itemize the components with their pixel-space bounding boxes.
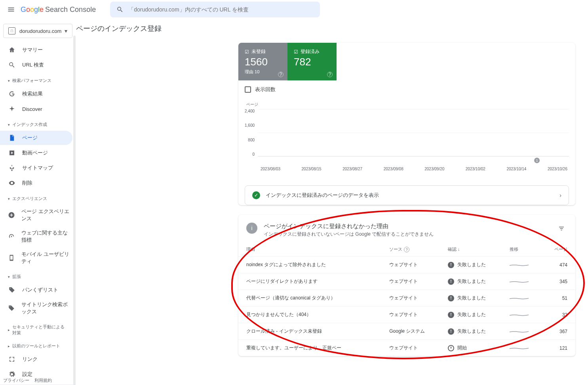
nav-section-legacy[interactable]: ▸以前のツールとレポート bbox=[0, 338, 76, 351]
reasons-subtitle: インデックスに登録されていないページは Google で配信することができません bbox=[264, 231, 434, 238]
filter-icon bbox=[558, 225, 565, 232]
tag-icon bbox=[8, 286, 16, 294]
filter-button[interactable] bbox=[556, 223, 567, 234]
error-icon: ! bbox=[448, 312, 454, 318]
reasons-title: ページがインデックスに登録されなかった理由 bbox=[264, 223, 434, 230]
nav-sitemaps[interactable]: サイトマップ bbox=[0, 161, 72, 175]
video-icon bbox=[8, 149, 16, 157]
sidebar: □ dorudorudoru.com ▾ サマリー URL 検査 ▾検索パフォー… bbox=[0, 0, 76, 385]
check-circle-icon: ✓ bbox=[252, 191, 260, 199]
index-status-card: ☑未登録 1560 理由 10 ? ☑登録済み 782 ? 表示回数 bbox=[238, 43, 575, 205]
sparkline-icon bbox=[510, 313, 529, 317]
nav-discover[interactable]: Discover bbox=[0, 102, 72, 116]
cell-pages: 32 bbox=[542, 307, 575, 323]
cell-trend bbox=[506, 290, 542, 307]
error-icon: ! bbox=[448, 328, 454, 335]
col-reason[interactable]: 理由 bbox=[238, 242, 386, 257]
error-icon: ! bbox=[448, 278, 454, 285]
col-trend[interactable]: 推移 bbox=[506, 242, 542, 257]
table-row[interactable]: 重複しています。ユーザーにより、正規ペーウェブサイト開始121 bbox=[238, 340, 575, 356]
error-icon: ! bbox=[448, 295, 454, 301]
not-indexed-reasons-card: i ページがインデックスに登録されなかった理由 インデックスに登録されていないペ… bbox=[238, 215, 575, 356]
nav-label: 検索結果 bbox=[22, 90, 43, 97]
nav-page-experience[interactable]: ページ エクスペリエンス bbox=[0, 205, 72, 225]
cell-status: !失敗しました bbox=[448, 278, 503, 285]
nav-label: 動画ページ bbox=[22, 149, 48, 156]
table-row[interactable]: 見つかりませんでした（404）ウェブサイト!失敗しました32 bbox=[238, 307, 575, 323]
cell-trend bbox=[506, 257, 542, 273]
nav-section-enhancements[interactable]: ▾拡張 bbox=[0, 269, 76, 282]
col-source[interactable]: ソース? bbox=[386, 242, 445, 257]
error-icon: ! bbox=[448, 262, 454, 268]
nav-sitelink-searchbox[interactable]: サイトリンク検索ボックス bbox=[0, 298, 72, 318]
help-icon[interactable]: ? bbox=[327, 72, 333, 77]
help-icon[interactable]: ? bbox=[278, 72, 284, 77]
mobile-icon bbox=[8, 254, 15, 262]
cell-trend bbox=[506, 273, 542, 290]
status-indexed[interactable]: ☑登録済み 782 ? bbox=[287, 43, 337, 80]
cell-reason: ページにリダイレクトがあります bbox=[238, 273, 386, 290]
nav-search-results[interactable]: 検索結果 bbox=[0, 87, 72, 101]
page-title: ページのインデックス登録 bbox=[76, 24, 575, 33]
nav-links[interactable]: リンク bbox=[0, 352, 72, 366]
status-not-indexed[interactable]: ☑未登録 1560 理由 10 ? bbox=[238, 43, 287, 80]
tag-icon bbox=[8, 304, 15, 312]
domain-icon: □ bbox=[8, 27, 15, 34]
footer-links: プライバシー 利用規約 bbox=[3, 377, 56, 383]
property-selector[interactable]: □ dorudorudoru.com ▾ bbox=[3, 24, 72, 38]
nav-summary[interactable]: サマリー bbox=[0, 43, 72, 57]
cell-reason: 見つかりませんでした（404） bbox=[238, 307, 386, 323]
sparkline-icon bbox=[510, 346, 529, 351]
menu-icon bbox=[7, 6, 15, 13]
nav-section-index[interactable]: ▾インデックス作成 bbox=[0, 117, 76, 130]
cell-trend bbox=[506, 323, 542, 340]
nav-removals[interactable]: 削除 bbox=[0, 176, 72, 190]
plus-circle-icon bbox=[8, 211, 15, 219]
nav-core-web-vitals[interactable]: ウェブに関する主な指標 bbox=[0, 226, 72, 247]
nav-label: サマリー bbox=[22, 46, 43, 53]
nav-mobile-usability[interactable]: モバイル ユーザビリティ bbox=[0, 248, 72, 268]
property-name: dorudorudoru.com bbox=[19, 28, 65, 34]
nav-breadcrumbs[interactable]: パンくずリスト bbox=[0, 283, 72, 297]
col-pages[interactable]: ページ bbox=[542, 242, 575, 257]
info-icon: i bbox=[246, 223, 257, 234]
chart-marker[interactable]: 1 bbox=[534, 158, 540, 163]
nav-label: ウェブに関する主な指標 bbox=[21, 229, 69, 244]
logo: Google Search Console bbox=[21, 6, 96, 14]
cell-pages: 474 bbox=[542, 257, 575, 273]
checkbox-icon bbox=[245, 86, 251, 93]
nav-section-performance[interactable]: ▾検索パフォーマンス bbox=[0, 73, 76, 86]
hide-icon bbox=[8, 179, 16, 187]
table-row[interactable]: noindex タグによって除外されましたウェブサイト!失敗しました474 bbox=[238, 257, 575, 273]
sparkline-icon bbox=[510, 329, 529, 334]
table-row[interactable]: 代替ページ（適切な canonical タグあり）ウェブサイト!失敗しました51 bbox=[238, 290, 575, 307]
cell-source: ウェブサイト bbox=[386, 273, 445, 290]
cell-status: !失敗しました bbox=[448, 295, 503, 301]
col-validation[interactable]: 確認 ↓ bbox=[445, 242, 506, 257]
search-input[interactable] bbox=[128, 6, 314, 13]
table-row[interactable]: クロール済み - インデックス未登録Google システム!失敗しました367 bbox=[238, 323, 575, 340]
view-indexed-data-banner[interactable]: ✓ インデックスに登録済みのページのデータを表示 › bbox=[245, 185, 569, 205]
nav-url-inspect[interactable]: URL 検査 bbox=[0, 58, 72, 72]
links-icon bbox=[8, 355, 16, 363]
nav-label: 削除 bbox=[22, 179, 32, 187]
indexed-count: 782 bbox=[294, 56, 330, 68]
table-row[interactable]: ページにリダイレクトがありますウェブサイト!失敗しました345 bbox=[238, 273, 575, 290]
sparkline-icon bbox=[510, 263, 529, 267]
cell-source: ウェブサイト bbox=[386, 257, 445, 273]
nav-section-security[interactable]: ▸セキュリティと手動による対策 bbox=[0, 319, 76, 338]
google-g-icon bbox=[8, 90, 16, 98]
nav-video-pages[interactable]: 動画ページ bbox=[0, 146, 72, 160]
nav-pages[interactable]: ページ bbox=[0, 131, 72, 145]
nav-label: URL 検査 bbox=[22, 61, 44, 69]
terms-link[interactable]: 利用規約 bbox=[34, 378, 52, 383]
help-icon[interactable]: ? bbox=[404, 247, 409, 252]
hamburger-menu-button[interactable] bbox=[3, 2, 19, 17]
gear-icon bbox=[8, 370, 16, 378]
privacy-link[interactable]: プライバシー bbox=[3, 378, 29, 383]
nav-section-experience[interactable]: ▾エクスペリエンス bbox=[0, 191, 76, 204]
impressions-toggle[interactable]: 表示回数 bbox=[238, 80, 575, 99]
clock-icon bbox=[448, 345, 454, 351]
url-inspect-searchbar[interactable] bbox=[110, 2, 320, 17]
home-icon bbox=[8, 46, 16, 54]
